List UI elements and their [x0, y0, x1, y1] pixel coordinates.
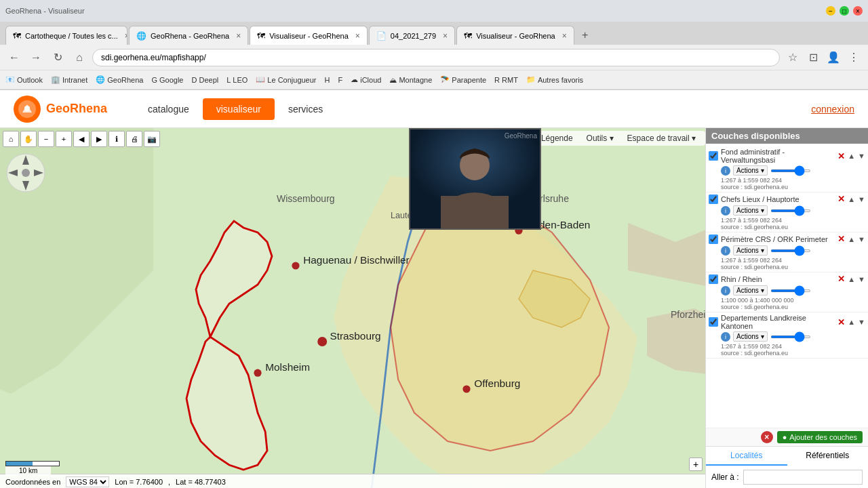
bookmark-parapente[interactable]: 🪂Parapente — [440, 75, 486, 84]
bookmark-deepl[interactable]: DDeepl — [192, 76, 219, 84]
opacity-slider-fond[interactable] — [770, 169, 811, 172]
layer-up-departements[interactable]: ▲ — [848, 318, 855, 326]
outils-button[interactable]: Outils ▾ — [583, 132, 618, 144]
cast-button[interactable]: ⊡ — [804, 49, 822, 66]
layer-down-departements[interactable]: ▼ — [858, 318, 865, 326]
tab-close[interactable]: × — [443, 31, 448, 41]
nav-cross[interactable] — [5, 152, 46, 193]
tab-referentiels[interactable]: Référentiels — [787, 447, 869, 466]
tab-pdf[interactable]: 📄 04_2021_279 × — [369, 26, 455, 45]
tab-georhena[interactable]: 🌐 GeoRhena - GeoRhena × — [129, 26, 248, 45]
info-icon-chefs[interactable]: i — [721, 206, 730, 216]
aller-a-input[interactable] — [743, 470, 863, 485]
menu-button[interactable]: ⋮ — [845, 49, 863, 66]
actions-btn-chefs[interactable]: Actions ▾ — [733, 205, 768, 216]
nav-visualiseur[interactable]: visualiseur — [203, 98, 275, 120]
close-button[interactable]: × — [853, 6, 863, 16]
bookmark-georhena[interactable]: 🌐GeoRhena — [96, 75, 143, 84]
layer-close-perimetre[interactable]: ✕ — [837, 234, 845, 244]
info-icon-fond[interactable]: i — [721, 166, 730, 176]
add-couches-button[interactable]: ● Ajouter des couches — [777, 431, 863, 443]
layer-checkbox-fond[interactable] — [709, 151, 718, 161]
tab-cartotheque[interactable]: 🗺 Cartotheque / Toutes les c... × — [5, 26, 127, 45]
tab-close[interactable]: × — [125, 31, 127, 41]
svg-text:Molsheim: Molsheim — [265, 361, 310, 373]
actions-btn-perimetre[interactable]: Actions ▾ — [733, 245, 768, 256]
layer-info-perimetre: i Actions ▾ — [709, 244, 865, 257]
info-icon-departements[interactable]: i — [721, 332, 730, 342]
layer-down-fond[interactable]: ▼ — [858, 152, 865, 160]
bookmark-intranet[interactable]: 🏢Intranet — [51, 75, 87, 84]
tab-visualiseur2[interactable]: 🗺 Visualiseur - GeoRhena × — [456, 26, 574, 45]
tab-close[interactable]: × — [355, 31, 360, 41]
forward-button[interactable]: → — [27, 49, 45, 66]
info-icon-perimetre[interactable]: i — [721, 246, 730, 256]
bookmark-star[interactable]: ☆ — [784, 49, 802, 66]
opacity-slider-departements[interactable] — [770, 336, 811, 338]
actions-btn-rhin[interactable]: Actions ▾ — [733, 285, 768, 296]
layer-down-rhin[interactable]: ▼ — [858, 275, 865, 283]
legende-button[interactable]: Légende — [537, 132, 577, 144]
layer-up-rhin[interactable]: ▲ — [848, 275, 855, 283]
zoom-in-button[interactable]: + — [56, 131, 72, 147]
minimize-button[interactable]: − — [826, 6, 835, 16]
address-bar[interactable] — [92, 49, 780, 66]
actions-btn-departements[interactable]: Actions ▾ — [733, 331, 768, 342]
home-button[interactable]: ⌂ — [71, 49, 88, 66]
opacity-slider-chefs[interactable] — [770, 209, 811, 212]
main-content: ⌂ ✋ − + ◀ ▶ ℹ 🖨 📷 — [0, 128, 868, 488]
bookmark-f[interactable]: F — [338, 76, 342, 84]
nav-catalogue[interactable]: catalogue — [134, 98, 203, 120]
layer-up-perimetre[interactable]: ▲ — [848, 235, 855, 243]
home-map-button[interactable]: ⌂ — [3, 131, 19, 147]
tab-close[interactable]: × — [236, 31, 241, 41]
back-button[interactable]: ← — [5, 49, 23, 66]
info-button[interactable]: ℹ — [108, 131, 125, 147]
info-icon-rhin[interactable]: i — [721, 286, 730, 296]
zoom-plus-map-button[interactable]: + — [689, 458, 703, 471]
bookmark-leo[interactable]: LLEO — [226, 76, 248, 84]
tab-localites[interactable]: Localités — [706, 447, 787, 466]
espace-travail-button[interactable]: Espace de travail ▾ — [623, 132, 700, 144]
print-button[interactable]: 🖨 — [126, 131, 142, 147]
layer-checkbox-chefs[interactable] — [709, 195, 718, 204]
layer-checkbox-rhin[interactable] — [709, 274, 718, 284]
layer-close-rhin[interactable]: ✕ — [837, 274, 845, 284]
opacity-slider-rhin[interactable] — [770, 289, 811, 292]
bookmark-outlook[interactable]: 📧Outlook — [5, 75, 43, 84]
bookmark-montagne[interactable]: ⛰Montagne — [389, 76, 432, 84]
bookmark-rmt[interactable]: RRMT — [494, 76, 518, 84]
layer-checkbox-perimetre[interactable] — [709, 235, 718, 244]
bookmark-google[interactable]: GGoogle — [151, 76, 183, 84]
layer-up-fond[interactable]: ▲ — [848, 152, 855, 160]
zoom-out-button[interactable]: − — [38, 131, 54, 147]
tab-close[interactable]: × — [562, 31, 567, 41]
tab-visualiseur-active[interactable]: 🗺 Visualiseur - GeoRhena × — [250, 26, 368, 45]
bookmark-icloud[interactable]: ☁iCloud — [351, 75, 381, 84]
screenshot-button[interactable]: 📷 — [144, 131, 160, 147]
layer-down-chefs[interactable]: ▼ — [858, 195, 865, 203]
layer-close-departements[interactable]: ✕ — [837, 317, 845, 327]
layer-close-chefs[interactable]: ✕ — [837, 194, 845, 204]
new-tab-button[interactable]: + — [576, 26, 595, 45]
prev-extent-button[interactable]: ◀ — [73, 131, 90, 147]
opacity-slider-perimetre[interactable] — [770, 249, 811, 252]
bookmark-autres[interactable]: 📁Autres favoris — [526, 75, 583, 84]
remove-all-button[interactable]: × — [761, 431, 773, 443]
nav-services[interactable]: services — [275, 98, 336, 120]
layer-up-chefs[interactable]: ▲ — [848, 195, 855, 203]
layer-close-fond[interactable]: ✕ — [837, 151, 845, 161]
next-extent-button[interactable]: ▶ — [91, 131, 107, 147]
layer-checkbox-departements[interactable] — [709, 317, 718, 327]
bookmark-h[interactable]: H — [325, 76, 330, 84]
maximize-button[interactable]: □ — [840, 6, 849, 16]
refresh-button[interactable]: ↻ — [49, 49, 66, 66]
coordinate-system-select[interactable]: WGS 84 — [66, 476, 109, 487]
actions-btn-fond[interactable]: Actions ▾ — [733, 165, 768, 176]
profile-button[interactable]: 👤 — [825, 49, 842, 66]
bookmark-conjugueur[interactable]: 📖Le Conjugueur — [256, 75, 316, 84]
connexion-link[interactable]: connexion — [811, 104, 854, 115]
map-area[interactable]: ⌂ ✋ − + ◀ ▶ ℹ 🖨 📷 — [0, 128, 705, 488]
pan-button[interactable]: ✋ — [20, 131, 37, 147]
layer-down-perimetre[interactable]: ▼ — [858, 235, 865, 243]
